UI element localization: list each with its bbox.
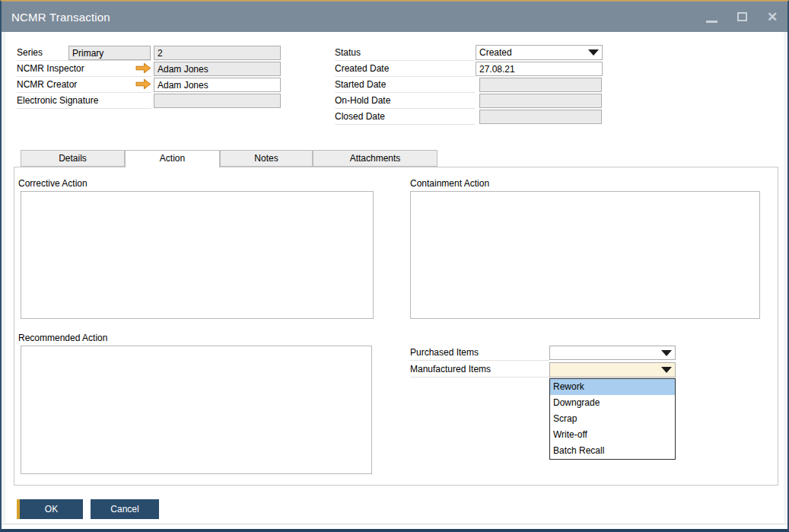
- corrective-action-textarea[interactable]: [21, 191, 374, 319]
- maximize-icon: [737, 12, 747, 21]
- title-bar: NCMR Transaction ✕: [2, 2, 787, 32]
- tab-details[interactable]: Details: [21, 150, 125, 167]
- option-scrap[interactable]: Scrap: [550, 411, 675, 427]
- status-dropdown[interactable]: Created: [476, 45, 603, 60]
- left-frame-strip: [2, 32, 5, 523]
- right-frame-strip: [784, 32, 787, 523]
- ncmr-inspector-label: NCMR Inspector: [17, 62, 151, 77]
- created-date-label: Created Date: [335, 62, 475, 77]
- maximize-button[interactable]: [733, 8, 751, 26]
- onhold-date-field[interactable]: [479, 94, 602, 108]
- electronic-signature-field[interactable]: [154, 94, 281, 108]
- manufactured-items-option-list: Rework Downgrade Scrap Write-off Batch R…: [549, 378, 676, 460]
- series-number-field[interactable]: [154, 46, 281, 60]
- status-label: Status: [335, 46, 475, 61]
- option-write-off[interactable]: Write-off: [550, 427, 675, 443]
- purchased-items-dropdown[interactable]: [549, 346, 676, 360]
- option-rework[interactable]: Rework: [550, 379, 675, 395]
- manufactured-items-label: Manufactured Items: [410, 362, 549, 377]
- started-date-label: Started Date: [335, 78, 475, 93]
- series-name-field[interactable]: [68, 46, 151, 60]
- purchased-items-label: Purchased Items: [410, 346, 549, 361]
- option-batch-recall[interactable]: Batch Recall: [550, 443, 675, 459]
- manufactured-items-dropdown[interactable]: [549, 362, 676, 377]
- ok-button[interactable]: OK: [17, 499, 83, 519]
- window-title: NCMR Transaction: [2, 11, 110, 24]
- containment-action-textarea[interactable]: [410, 191, 760, 319]
- minimize-button[interactable]: [702, 8, 721, 26]
- footer-separator: [2, 524, 787, 524]
- recommended-action-textarea[interactable]: [21, 346, 372, 474]
- option-downgrade[interactable]: Downgrade: [550, 395, 675, 411]
- tab-attachments[interactable]: Attachments: [313, 150, 437, 167]
- status-value: Created: [479, 47, 588, 58]
- closed-date-field[interactable]: [479, 110, 602, 124]
- close-button[interactable]: ✕: [763, 8, 781, 26]
- created-date-field[interactable]: [476, 62, 603, 76]
- creator-link-arrow-icon[interactable]: [135, 78, 151, 90]
- chevron-down-icon: [661, 367, 672, 373]
- close-icon: ✕: [767, 11, 778, 24]
- ncmr-inspector-field[interactable]: [154, 62, 281, 76]
- inspector-link-arrow-icon[interactable]: [135, 62, 151, 74]
- window-controls: ✕: [702, 2, 781, 32]
- closed-date-label: Closed Date: [335, 110, 475, 125]
- recommended-action-label: Recommended Action: [18, 332, 107, 344]
- minimize-icon: [706, 21, 717, 23]
- cancel-button[interactable]: Cancel: [91, 499, 159, 519]
- tab-notes[interactable]: Notes: [220, 150, 313, 167]
- ncmr-creator-field[interactable]: [154, 78, 281, 92]
- ncmr-transaction-window: NCMR Transaction ✕ Series NCMR Inspector…: [0, 0, 789, 532]
- electronic-signature-label: Electronic Signature: [17, 94, 151, 109]
- started-date-field[interactable]: [479, 78, 602, 92]
- containment-action-label: Containment Action: [410, 177, 489, 190]
- chevron-down-icon: [588, 49, 599, 56]
- corrective-action-label: Corrective Action: [18, 177, 87, 190]
- onhold-date-label: On-Hold Date: [335, 94, 475, 109]
- tab-action[interactable]: Action: [125, 150, 220, 167]
- chevron-down-icon: [661, 350, 672, 356]
- ncmr-creator-label: NCMR Creator: [17, 78, 151, 93]
